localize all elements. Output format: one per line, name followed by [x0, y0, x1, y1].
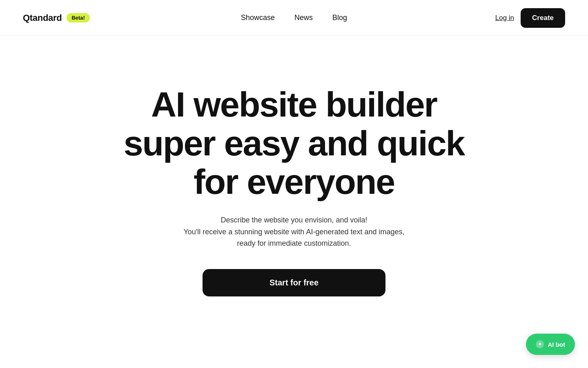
login-button[interactable]: Log in	[495, 14, 514, 22]
hero-subtitle-line2: You'll receive a stunning website with A…	[183, 228, 404, 236]
nav-link-showcase[interactable]: Showcase	[241, 13, 275, 22]
hero-subtitle: Describe the website you envision, and v…	[183, 214, 404, 249]
logo[interactable]: Qtandard	[23, 13, 62, 23]
hero-subtitle-line1: Describe the website you envision, and v…	[220, 216, 367, 224]
nav-right: Log in Create	[495, 8, 565, 28]
nav-link-news[interactable]: News	[294, 13, 313, 22]
navbar: Qtandard Beta! Showcase News Blog Log in…	[0, 0, 588, 36]
hero-title: AI website builder super easy and quick …	[110, 85, 478, 201]
ai-bot-label: AI bot	[548, 341, 566, 348]
start-for-free-button[interactable]: Start for free	[203, 269, 385, 296]
nav-left: Qtandard Beta!	[23, 13, 90, 23]
hero-title-line2: super easy and quick for everyone	[124, 123, 465, 202]
beta-badge: Beta!	[67, 13, 90, 22]
nav-center: Showcase News Blog	[241, 13, 347, 22]
hero-section: AI website builder super easy and quick …	[0, 36, 588, 329]
create-button[interactable]: Create	[521, 8, 565, 28]
hero-title-line1: AI website builder	[151, 85, 437, 124]
ai-bot-icon: ✦	[536, 340, 544, 348]
hero-subtitle-line3: ready for immediate customization.	[237, 239, 351, 247]
ai-bot-bubble[interactable]: ✦ AI bot	[526, 334, 575, 355]
nav-link-blog[interactable]: Blog	[332, 13, 347, 22]
